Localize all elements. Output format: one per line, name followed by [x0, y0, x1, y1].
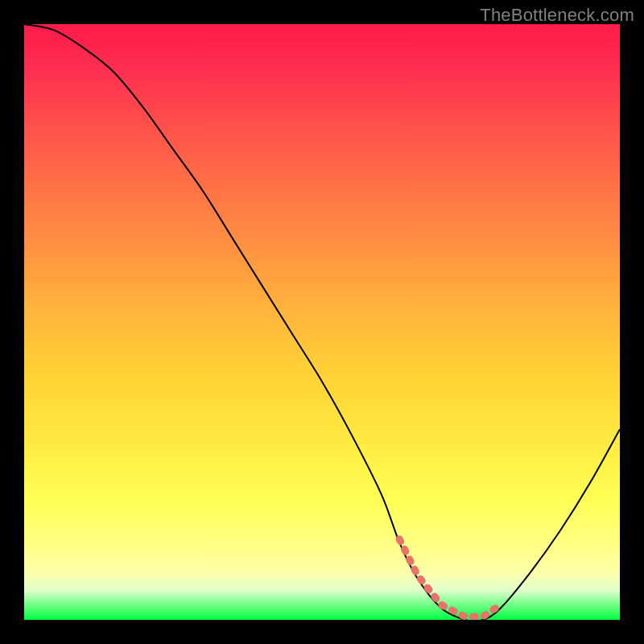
optimal-range-marker	[399, 539, 501, 617]
chart-svg	[24, 24, 620, 620]
chart-plot-area	[24, 24, 620, 620]
watermark-text: TheBottleneck.com	[480, 5, 634, 26]
bottleneck-curve-path	[24, 24, 620, 620]
